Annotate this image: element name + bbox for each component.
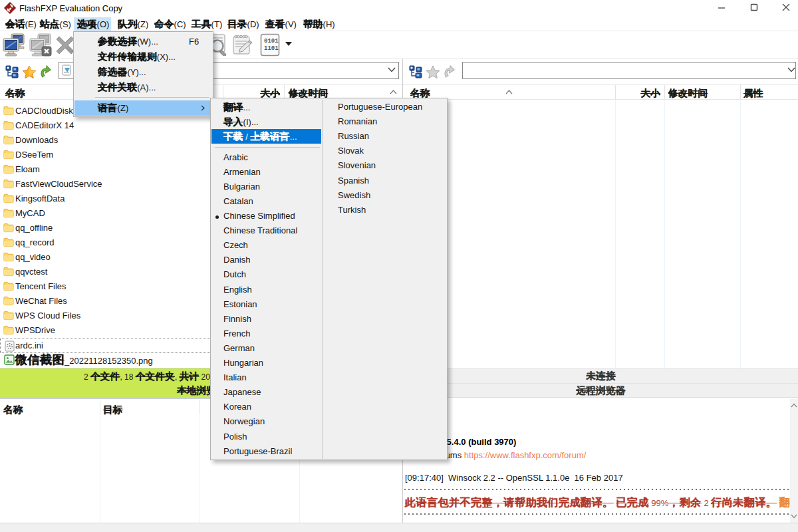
svg-text:1101: 1101 [264,45,279,52]
svg-text:0101: 0101 [264,38,279,45]
